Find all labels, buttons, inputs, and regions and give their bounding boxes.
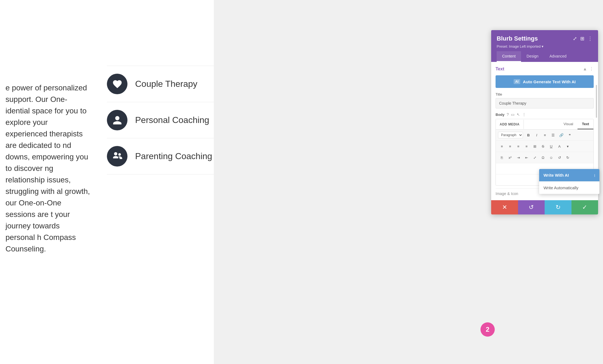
- align-center-button[interactable]: ≡: [506, 142, 514, 150]
- write-with-ai-label: Write With AI: [544, 173, 569, 177]
- add-media-button[interactable]: ADD MEDIA: [496, 120, 524, 129]
- people-icon: [112, 151, 123, 162]
- panel-title-icons: ⤢ ⊞ ⋮: [573, 36, 593, 42]
- align-left-button[interactable]: ≡: [498, 142, 506, 150]
- bold-button[interactable]: B: [525, 131, 532, 139]
- outdent-button[interactable]: ⇤: [523, 154, 530, 161]
- body-text-content: e power of personalized support. Our One…: [5, 84, 90, 253]
- mobile-icon[interactable]: ▭: [511, 112, 514, 117]
- underline-button[interactable]: U: [547, 142, 555, 150]
- ordered-list-button[interactable]: ☰: [549, 131, 557, 139]
- save-icon: ✓: [582, 204, 587, 211]
- parenting-coaching-label: Parenting Coaching: [135, 151, 212, 161]
- cancel-icon: ✕: [502, 204, 507, 211]
- layout-icon[interactable]: ⊞: [580, 36, 584, 42]
- redo-format-button[interactable]: ↻: [564, 154, 571, 161]
- section-collapse-icon[interactable]: ▲: [583, 67, 587, 71]
- panel-title-row: Blurb Settings ⤢ ⊞ ⋮: [497, 35, 593, 42]
- italic-button[interactable]: I: [533, 131, 541, 139]
- paragraph-select[interactable]: Paragraph: [498, 132, 523, 138]
- write-with-ai-option[interactable]: Write With AI |: [539, 169, 599, 181]
- tab-text[interactable]: Text: [578, 119, 593, 129]
- tab-design[interactable]: Design: [521, 51, 544, 62]
- strikethrough-button[interactable]: S: [539, 142, 547, 150]
- settings-panel: Blurb Settings ⤢ ⊞ ⋮ Preset: Image Left …: [491, 30, 598, 214]
- editor-top-bar: ADD MEDIA Visual Text: [496, 119, 593, 130]
- title-field-label: Title: [496, 92, 594, 96]
- font-color-button[interactable]: A: [556, 142, 563, 150]
- list-item: Personal Coaching: [107, 102, 214, 138]
- panel-bottom-bar: ✕ ↺ ↻ ✓: [491, 200, 598, 214]
- cancel-button[interactable]: ✕: [491, 200, 518, 214]
- svg-point-0: [114, 152, 117, 155]
- blockquote-button[interactable]: ❝: [566, 131, 573, 139]
- tab-visual[interactable]: Visual: [559, 119, 578, 129]
- undo-icon: ↺: [529, 204, 534, 211]
- font-color-arrow[interactable]: ▾: [564, 142, 571, 150]
- undo-button[interactable]: ↺: [518, 200, 545, 214]
- body-toolbar: Body ? ▭ ↖ ⋮: [496, 112, 594, 117]
- options-icon[interactable]: ⋮: [522, 112, 526, 117]
- superscript-button[interactable]: x²: [506, 154, 514, 161]
- title-input[interactable]: [496, 98, 594, 108]
- help-icon[interactable]: ?: [507, 112, 509, 117]
- parenting-coaching-icon-container: [107, 146, 127, 167]
- write-automatically-label: Write Automatically: [544, 185, 578, 190]
- step-number: 2: [486, 326, 489, 333]
- editor-view-tabs: Visual Text: [559, 119, 593, 129]
- preset-label: Preset: Image Left imported ▾: [497, 44, 593, 48]
- scroll-indicator: [596, 85, 597, 118]
- couple-therapy-icon-container: [107, 74, 127, 94]
- cursor-indicator: |: [594, 174, 595, 177]
- panel-header: Blurb Settings ⤢ ⊞ ⋮ Preset: Image Left …: [491, 30, 598, 62]
- align-right-button[interactable]: ≡: [514, 142, 522, 150]
- save-button[interactable]: ✓: [571, 200, 598, 214]
- unordered-list-button[interactable]: ≡: [541, 131, 549, 139]
- svg-point-1: [118, 153, 121, 156]
- couple-therapy-label: Couple Therapy: [135, 79, 197, 89]
- service-list: Couple Therapy Personal Coaching Pare: [107, 66, 214, 174]
- left-panel: e power of personalized support. Our One…: [0, 0, 214, 364]
- ai-button-label: Auto Generate Text With AI: [523, 79, 576, 84]
- fullscreen-button[interactable]: ⤢: [531, 154, 539, 161]
- list-item: Couple Therapy: [107, 66, 214, 102]
- format-toolbar-row3: ⎘ x² ⇥ ⇤ ⤢ Ω ☺ ↺ ↻: [496, 152, 593, 163]
- redo-button[interactable]: ↻: [545, 200, 571, 214]
- redo-icon: ↻: [556, 204, 561, 211]
- table-button[interactable]: ⊞: [531, 142, 539, 150]
- ai-badge: AI: [514, 79, 520, 84]
- heart-icon: [112, 79, 123, 89]
- expand-icon[interactable]: ⤢: [573, 36, 577, 42]
- indent-button[interactable]: ⇥: [514, 154, 522, 161]
- personal-coaching-label: Personal Coaching: [135, 115, 209, 125]
- panel-title: Blurb Settings: [497, 35, 538, 42]
- text-section-title: Text: [496, 67, 504, 71]
- format-toolbar-row1: Paragraph B I ≡ ☰ 🔗 ❝: [496, 130, 593, 141]
- panel-tabs: Content Design Advanced: [497, 51, 593, 62]
- write-automatically-option[interactable]: Write Automatically: [539, 181, 599, 194]
- body-text: e power of personalized support. Our One…: [5, 82, 90, 255]
- undo-format-button[interactable]: ↺: [556, 154, 563, 161]
- more-icon[interactable]: ⋮: [588, 36, 593, 42]
- ai-generate-button[interactable]: AI Auto Generate Text With AI: [496, 75, 594, 88]
- format-toolbar-row2: ≡ ≡ ≡ ≡ ⊞ S U A ▾: [496, 141, 593, 152]
- paste-button[interactable]: ⎘: [498, 154, 506, 161]
- special-chars-button[interactable]: Ω: [539, 154, 547, 161]
- step-badge: 2: [480, 322, 495, 337]
- cursor-icon[interactable]: ↖: [517, 112, 520, 117]
- emoji-button[interactable]: ☺: [547, 154, 555, 161]
- personal-coaching-icon-container: [107, 110, 127, 130]
- text-section-header: Text ▲ ⋮: [496, 66, 594, 71]
- link-button[interactable]: 🔗: [558, 131, 565, 139]
- write-ai-dropdown: Write With AI | Write Automatically: [539, 169, 599, 194]
- tab-content[interactable]: Content: [497, 51, 521, 62]
- justify-button[interactable]: ≡: [523, 142, 530, 150]
- body-label: Body: [496, 113, 505, 117]
- section-more-icon[interactable]: ⋮: [589, 66, 594, 71]
- tab-advanced[interactable]: Advanced: [544, 51, 572, 62]
- person-icon: [112, 115, 123, 125]
- list-item: Parenting Coaching: [107, 138, 214, 174]
- section-header-icons: ▲ ⋮: [583, 66, 594, 71]
